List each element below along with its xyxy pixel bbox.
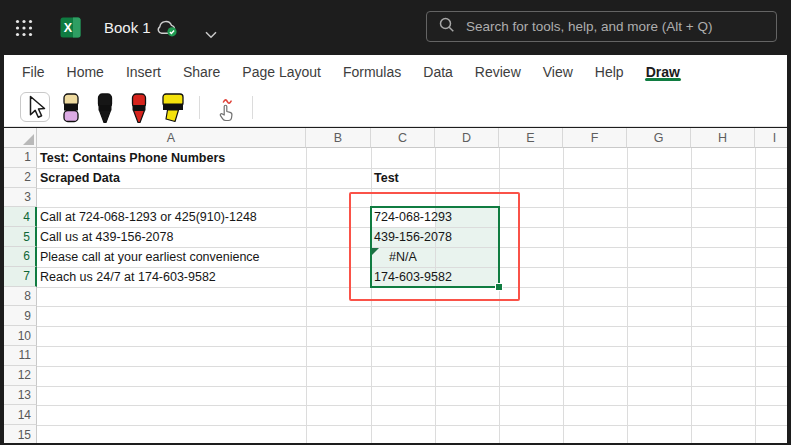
eraser-tool[interactable] [58,90,84,124]
menu-tab-draw[interactable]: Draw [635,55,691,88]
pen-red-tool[interactable] [126,90,152,124]
gridline-horizontal [37,366,787,367]
gridline-horizontal [37,346,787,347]
menu-tab-formulas[interactable]: Formulas [332,55,412,88]
column-header-F[interactable]: F [563,128,627,148]
cell-A1[interactable]: Test: Contains Phone Numbers [40,148,225,168]
chevron-down-icon[interactable] [205,25,217,33]
row-header-1[interactable]: 1 [4,148,37,168]
menu-tab-page-layout[interactable]: Page Layout [231,55,332,88]
titlebar: X Book 1 [0,0,791,55]
column-header-G[interactable]: G [627,128,691,148]
app-launcher-icon[interactable] [14,18,34,38]
cloud-saved-icon[interactable] [156,20,179,37]
excel-logo-icon[interactable]: X [60,17,81,38]
menu-tab-view[interactable]: View [532,55,584,88]
row-header-6[interactable]: 6 [4,247,37,267]
cell-C2[interactable]: Test [374,168,399,188]
gridline-vertical [627,148,628,443]
ink-gesture-tool[interactable] [213,90,239,124]
row-header-5[interactable]: 5 [4,227,37,247]
gridline-vertical [306,148,307,443]
row-header-7[interactable]: 7 [4,267,37,287]
column-header-I[interactable]: I [755,128,787,148]
gridline-horizontal [37,306,787,307]
row-header-4[interactable]: 4 [4,207,37,227]
row-header-15[interactable]: 15 [4,425,37,443]
cell-A6[interactable]: Please call at your earliest convenience [40,247,260,267]
cell-A2[interactable]: Scraped Data [40,168,120,188]
highlighter-yellow-tool[interactable] [160,90,186,124]
menu-tab-file[interactable]: File [11,55,56,88]
row-header-11[interactable]: 11 [4,346,37,366]
menu-tab-insert[interactable]: Insert [115,55,172,88]
select-all-corner[interactable] [4,128,37,148]
row-header-8[interactable]: 8 [4,287,37,307]
gridline-horizontal [37,405,787,406]
menu-tab-help[interactable]: Help [584,55,635,88]
column-header-C[interactable]: C [371,128,435,148]
menu-tab-home[interactable]: Home [56,55,115,88]
column-header-B[interactable]: B [306,128,371,148]
gridline-vertical [691,148,692,443]
gridline-horizontal [37,326,787,327]
ink-annotation-rectangle[interactable] [349,192,520,301]
svg-text:X: X [64,21,73,35]
row-header-12[interactable]: 12 [4,366,37,386]
menu-tab-share[interactable]: Share [172,55,231,88]
row-header-14[interactable]: 14 [4,405,37,425]
toolbar-divider [252,96,253,119]
toolbar-divider [199,96,200,119]
select-all-triangle-icon [23,134,34,145]
cell-A4[interactable]: Call at 724-068-1293 or 425(910)-1248 [40,207,257,227]
gridline-horizontal [37,386,787,387]
row-header-13[interactable]: 13 [4,386,37,406]
menu-tab-data[interactable]: Data [412,55,464,88]
select-tool[interactable] [20,92,50,122]
row-header-10[interactable]: 10 [4,326,37,346]
column-header-A[interactable]: A [37,128,306,148]
gridline-vertical [755,148,756,443]
row-header-9[interactable]: 9 [4,306,37,326]
gridline-horizontal [37,168,787,169]
gridline-horizontal [37,188,787,189]
column-header-E[interactable]: E [499,128,563,148]
workbook-title[interactable]: Book 1 [104,0,151,55]
search-icon [439,17,455,37]
gridline-horizontal [37,425,787,426]
column-header-H[interactable]: H [691,128,755,148]
draw-toolbar [4,88,787,127]
row-header-3[interactable]: 3 [4,188,37,208]
search-bar[interactable] [426,11,777,42]
sheet-area: ABCDEFGHI123456789101112131415Test: Cont… [4,128,787,443]
menu-bar: FileHomeInsertSharePage LayoutFormulasDa… [4,55,787,88]
cell-A7[interactable]: Reach us 24/7 at 174-603-9582 [40,267,216,287]
pen-black-tool[interactable] [92,90,118,124]
column-header-D[interactable]: D [435,128,499,148]
menu-tab-review[interactable]: Review [464,55,532,88]
excel-window: X Book 1 FileHomeIns [0,0,791,445]
cell-A5[interactable]: Call us at 439-156-2078 [40,227,173,247]
row-header-2[interactable]: 2 [4,168,37,188]
gridline-vertical [563,148,564,443]
search-input[interactable] [464,18,764,35]
